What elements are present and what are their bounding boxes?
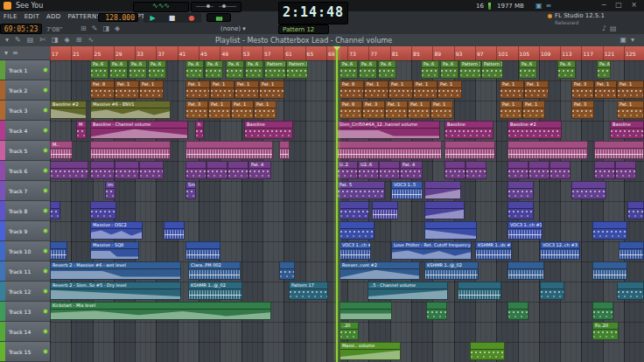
- bpm-display[interactable]: 128.000: [98, 13, 138, 22]
- playlist-clip[interactable]: [337, 141, 442, 159]
- playlist-clip[interactable]: [592, 221, 627, 240]
- zoom-tool-icon[interactable]: ∿: [88, 36, 100, 44]
- track-mute-led[interactable]: [44, 88, 47, 92]
- timeline-ruler[interactable]: 1721252933374145495357616569737781858993…: [50, 46, 644, 61]
- playlist-clip[interactable]: [508, 261, 544, 280]
- playlist-clip[interactable]: Massi.. volume: [340, 342, 401, 360]
- track-header[interactable]: Track 1: [0, 60, 50, 80]
- playlist-clip[interactable]: Pat. 1: [208, 101, 231, 119]
- playlist-clip[interactable]: [372, 201, 398, 219]
- playlist-clip[interactable]: [571, 181, 606, 199]
- playlist-clip[interactable]: [550, 161, 570, 179]
- track-header[interactable]: Track 9: [0, 221, 50, 241]
- playlist-clip[interactable]: [508, 302, 528, 320]
- playlist-clip[interactable]: [540, 282, 564, 300]
- playlist-clip[interactable]: Pat. 1: [438, 80, 462, 99]
- playlist-clip[interactable]: Reever..cvet #2: [340, 261, 420, 280]
- playlist-clip[interactable]: [186, 161, 206, 179]
- slider-knob[interactable]: [222, 4, 226, 8]
- track-header[interactable]: Track 2: [0, 80, 50, 101]
- playlist-clip[interactable]: h: [195, 121, 204, 139]
- paint-tool-icon[interactable]: ▤: [27, 36, 40, 44]
- playlist-clip[interactable]: [615, 161, 636, 179]
- playlist-clip[interactable]: Pattern 17: [289, 282, 328, 300]
- playlist-clip[interactable]: [90, 201, 116, 219]
- time-display[interactable]: 2:14:48: [278, 2, 348, 24]
- playlist-clip[interactable]: [340, 201, 369, 219]
- playlist-clip[interactable]: [424, 181, 461, 199]
- playlist-clip[interactable]: M..: [50, 141, 73, 159]
- playlist-clip[interactable]: [466, 161, 486, 179]
- track-mute-led[interactable]: [44, 310, 47, 313]
- playlist-clip[interactable]: [340, 221, 374, 240]
- playlist-clip[interactable]: [470, 342, 505, 360]
- select-icon[interactable]: ⊞: [80, 24, 92, 32]
- playlist-clip[interactable]: U..2: [337, 161, 358, 179]
- playlist-clip[interactable]: Bassline - Channel volume: [90, 121, 188, 139]
- pencil-icon[interactable]: ✎: [92, 24, 103, 32]
- playlist-clip[interactable]: [424, 201, 465, 219]
- playlist-clip[interactable]: Pa..6: [109, 60, 128, 79]
- playlist-clip[interactable]: [279, 141, 290, 159]
- select-tool-icon[interactable]: ⊞: [76, 36, 88, 44]
- mute-icon[interactable]: ◨: [102, 24, 115, 32]
- playlist-clip[interactable]: [424, 221, 477, 240]
- slice-tool-icon[interactable]: ◈: [65, 36, 76, 44]
- track-header[interactable]: Track 12: [0, 282, 50, 302]
- detach-icon[interactable]: ▣: [536, 2, 546, 10]
- track-mute-led[interactable]: [44, 350, 47, 353]
- playlist-clip[interactable]: Pa..6: [90, 60, 108, 79]
- playlist-clip[interactable]: [594, 161, 615, 179]
- playlist-clip[interactable]: Pa..6: [557, 60, 576, 79]
- track-header[interactable]: Track 3: [0, 101, 50, 121]
- close-button[interactable]: ×: [631, 1, 640, 9]
- playlist-clip[interactable]: Pat. 4: [248, 161, 271, 179]
- shuffle-sliders[interactable]: [191, 2, 242, 12]
- playlist-clip[interactable]: Pat. 1: [617, 101, 644, 119]
- playlist-clip[interactable]: Pat. 1: [413, 80, 438, 99]
- playlist-clip[interactable]: Pat. 8: [340, 101, 362, 119]
- keyboard-icon[interactable]: ▤: [610, 24, 620, 32]
- playlist-clip[interactable]: Pa..6: [245, 60, 263, 79]
- corner-burger-icon[interactable]: ≡: [12, 49, 23, 57]
- playhead[interactable]: [336, 46, 338, 362]
- menu-add[interactable]: ADD: [46, 13, 60, 20]
- corner-menu-icon[interactable]: ▾: [4, 49, 12, 57]
- playlist-clip[interactable]: [619, 241, 644, 260]
- playlist-clip[interactable]: [50, 241, 67, 260]
- playlist-clip[interactable]: M: [76, 121, 87, 139]
- detach-window-icon[interactable]: ▣: [620, 36, 631, 44]
- playlist-clip[interactable]: Pat. 3: [571, 80, 594, 99]
- playlist-clip[interactable]: Massive - SQ8: [90, 241, 139, 260]
- track-mute-led[interactable]: [44, 229, 47, 233]
- playlist-clip[interactable]: Massive #6 - ENV1: [90, 101, 171, 119]
- playlist-clip[interactable]: Pattern 1: [459, 60, 481, 79]
- playlist-clip[interactable]: [340, 302, 392, 320]
- menu-file[interactable]: FILE: [4, 13, 18, 20]
- playlist-clip[interactable]: [426, 302, 447, 320]
- minimize-button[interactable]: ─: [602, 1, 610, 9]
- playlist-clip[interactable]: [594, 141, 644, 159]
- playlist-clip[interactable]: Pattern 1: [264, 60, 286, 79]
- playlist-clip[interactable]: Pat. 8: [340, 80, 364, 99]
- playlist-clip[interactable]: Pat. 1: [617, 80, 644, 99]
- slider-knob[interactable]: [206, 4, 210, 8]
- track-mute-led[interactable]: [44, 68, 47, 72]
- track-header[interactable]: Track 15: [0, 342, 50, 362]
- track-mute-led[interactable]: [44, 149, 47, 152]
- playlist-clip[interactable]: [444, 161, 466, 179]
- track-mute-led[interactable]: [44, 209, 47, 212]
- menu-edit[interactable]: EDIT: [24, 13, 39, 20]
- playlist-clip[interactable]: Im: [105, 181, 116, 199]
- track-header[interactable]: Track 6: [0, 161, 50, 181]
- playlist-clip[interactable]: [90, 161, 115, 179]
- track-mute-led[interactable]: [44, 108, 47, 112]
- playlist-clip[interactable]: [228, 161, 248, 179]
- playlist-clip[interactable]: [458, 282, 501, 300]
- playlist-clip[interactable]: VOC3 1..ch #1: [508, 221, 542, 240]
- playlist-clip[interactable]: Pat. 1: [522, 101, 545, 119]
- playlist-clip[interactable]: Pat. 1: [234, 80, 259, 99]
- stop-button[interactable]: ■: [169, 14, 176, 23]
- playlist-clip[interactable]: Pat. 1: [186, 80, 210, 99]
- menu-patterns[interactable]: PATTERNS: [67, 13, 101, 20]
